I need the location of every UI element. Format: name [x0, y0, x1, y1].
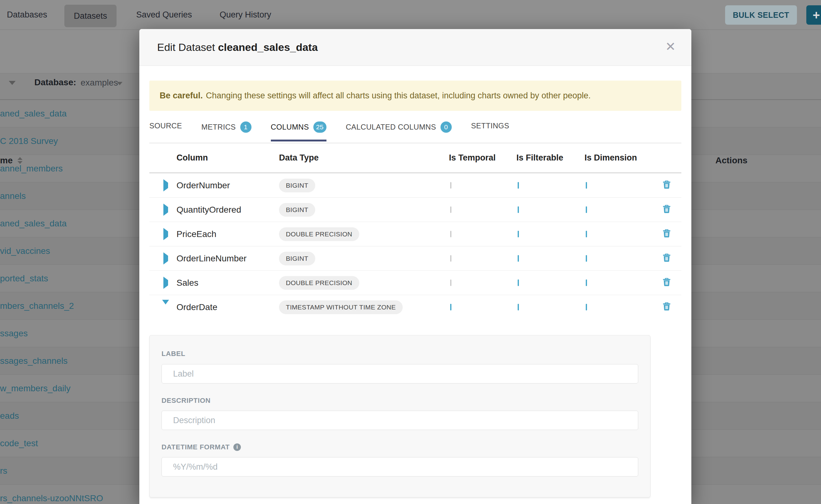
caret-right-icon[interactable] [163, 277, 168, 289]
is-filterable-checkbox[interactable] [518, 279, 519, 286]
dataset-link[interactable]: code_test [0, 438, 38, 448]
modal-title-dataset-name: cleaned_sales_data [218, 41, 318, 53]
caret-right-icon[interactable] [163, 228, 168, 240]
is-dimension-checkbox[interactable] [586, 304, 587, 310]
modal-title: Edit Dataset cleaned_sales_data [157, 41, 318, 53]
is-filterable-checkbox[interactable] [518, 255, 519, 262]
delete-column-icon[interactable] [662, 180, 671, 191]
is-filterable-checkbox[interactable] [518, 206, 519, 213]
column-row: OrderDateTIMESTAMP WITHOUT TIME ZONE [149, 295, 681, 319]
datetime-format-input[interactable] [161, 457, 638, 477]
header-is-filterable: Is Filterable [514, 153, 582, 163]
tab-label: COLUMNS [271, 123, 309, 131]
data-type-pill: BIGINT [279, 179, 315, 192]
is-temporal-checkbox[interactable] [450, 206, 452, 213]
is-dimension-checkbox[interactable] [586, 255, 587, 262]
is-filterable-checkbox[interactable] [518, 182, 519, 189]
is-dimension-checkbox[interactable] [586, 279, 587, 286]
is-filterable-checkbox[interactable] [518, 231, 519, 237]
caret-down-icon[interactable] [162, 300, 169, 310]
column-row: PriceEachDOUBLE PRECISION [149, 222, 681, 246]
label-input[interactable] [161, 364, 638, 383]
columns-table-body: OrderNumberBIGINTQuantityOrderedBIGINTPr… [149, 173, 681, 319]
column-name: OrderLineNumber [175, 254, 278, 264]
column-row: OrderLineNumberBIGINT [149, 246, 681, 271]
description-input[interactable] [161, 411, 638, 430]
dataset-link[interactable]: aned_sales_data [0, 219, 67, 229]
tab-settings[interactable]: SETTINGS [471, 117, 509, 138]
modal-header: Edit Dataset cleaned_sales_data ✕ [139, 29, 691, 66]
is-dimension-checkbox[interactable] [586, 231, 587, 237]
caret-right-icon[interactable] [163, 179, 168, 191]
is-temporal-checkbox[interactable] [450, 231, 452, 237]
dataset-link[interactable]: ported_stats [0, 274, 48, 284]
data-type-pill: BIGINT [279, 252, 315, 265]
tab-label: CALCULATED COLUMNS [346, 123, 436, 131]
info-icon[interactable]: i [233, 443, 241, 451]
delete-column-icon[interactable] [662, 229, 671, 240]
tab-label: SETTINGS [471, 121, 509, 130]
dataset-link[interactable]: rs [0, 466, 7, 476]
is-temporal-checkbox[interactable] [450, 304, 452, 310]
tab-badge: 1 [240, 121, 251, 133]
description-field-label: DESCRIPTION [161, 397, 638, 405]
data-type-pill: TIMESTAMP WITHOUT TIME ZONE [279, 300, 403, 314]
modal-body: Be careful. Changing these settings will… [139, 81, 691, 497]
data-type-pill: DOUBLE PRECISION [279, 227, 359, 241]
columns-table-header: Column Data Type Is Temporal Is Filterab… [149, 143, 681, 173]
dataset-link[interactable]: vid_vaccines [0, 246, 50, 256]
column-detail-panel: LABEL DESCRIPTION DATETIME FORMAT i [149, 335, 650, 497]
warning-bold: Be careful. [160, 91, 203, 101]
dataset-link[interactable]: ssages_channels [0, 356, 67, 366]
delete-column-icon[interactable] [662, 253, 671, 264]
is-dimension-checkbox[interactable] [586, 182, 587, 189]
dataset-link[interactable]: w_members_daily [0, 383, 71, 393]
delete-column-icon[interactable] [662, 205, 671, 215]
dataset-link[interactable]: annel_members [0, 164, 63, 174]
bulk-select-button[interactable]: BULK SELECT [725, 5, 797, 25]
delete-column-icon[interactable] [662, 302, 671, 313]
warning-text: Changing these settings will affect all … [206, 91, 591, 101]
dataset-link[interactable]: aned_sales_data [0, 109, 67, 119]
is-temporal-checkbox[interactable] [450, 255, 452, 262]
tab-source[interactable]: SOURCE [149, 117, 182, 138]
is-dimension-checkbox[interactable] [586, 206, 587, 213]
tab-calculated-columns[interactable]: CALCULATED COLUMNS 0 [346, 117, 452, 141]
edit-dataset-modal: Edit Dataset cleaned_sales_data ✕ Be car… [139, 29, 691, 504]
tab-columns[interactable]: COLUMNS 25 [271, 117, 326, 141]
column-row: SalesDOUBLE PRECISION [149, 271, 681, 295]
column-name: QuantityOrdered [175, 205, 278, 215]
tab-metrics[interactable]: METRICS 1 [201, 117, 251, 141]
caret-right-icon[interactable] [163, 204, 168, 216]
tab-label: SOURCE [149, 121, 182, 130]
column-row: QuantityOrderedBIGINT [149, 198, 681, 222]
warning-banner: Be careful. Changing these settings will… [149, 81, 681, 111]
is-temporal-checkbox[interactable] [450, 182, 452, 189]
nav-item-databases[interactable]: Databases [7, 0, 47, 30]
tab-badge: 25 [313, 121, 326, 133]
dataset-link[interactable]: eads [0, 411, 19, 421]
dataset-link[interactable]: rs_channels-uzooNNtSRO [0, 493, 103, 503]
dataset-link[interactable]: C 2018 Survey [0, 136, 58, 146]
caret-right-icon[interactable] [163, 252, 168, 264]
add-dataset-button[interactable]: + [806, 5, 821, 25]
nav-item-query-history[interactable]: Query History [220, 0, 271, 30]
label-field-label: LABEL [161, 350, 638, 358]
tab-label: METRICS [201, 123, 235, 131]
dataset-link[interactable]: ssages [0, 329, 28, 338]
close-icon[interactable]: ✕ [665, 40, 676, 53]
column-name: Sales [175, 278, 278, 288]
tab-badge: 0 [441, 121, 452, 133]
column-name: OrderNumber [175, 180, 278, 190]
dataset-link[interactable]: annels [0, 191, 26, 201]
header-column: Column [175, 153, 278, 163]
top-navbar: Databases Datasets Saved Queries Query H… [0, 0, 821, 30]
nav-item-saved-queries[interactable]: Saved Queries [136, 0, 192, 30]
dataset-link[interactable]: mbers_channels_2 [0, 301, 74, 311]
nav-item-datasets-active[interactable]: Datasets [64, 5, 116, 27]
delete-column-icon[interactable] [662, 278, 671, 288]
data-type-pill: BIGINT [279, 203, 315, 217]
is-temporal-checkbox[interactable] [450, 279, 452, 286]
modal-tabs: SOURCE METRICS 1 COLUMNS 25 CALCULATED C… [149, 117, 681, 143]
is-filterable-checkbox[interactable] [518, 304, 519, 310]
